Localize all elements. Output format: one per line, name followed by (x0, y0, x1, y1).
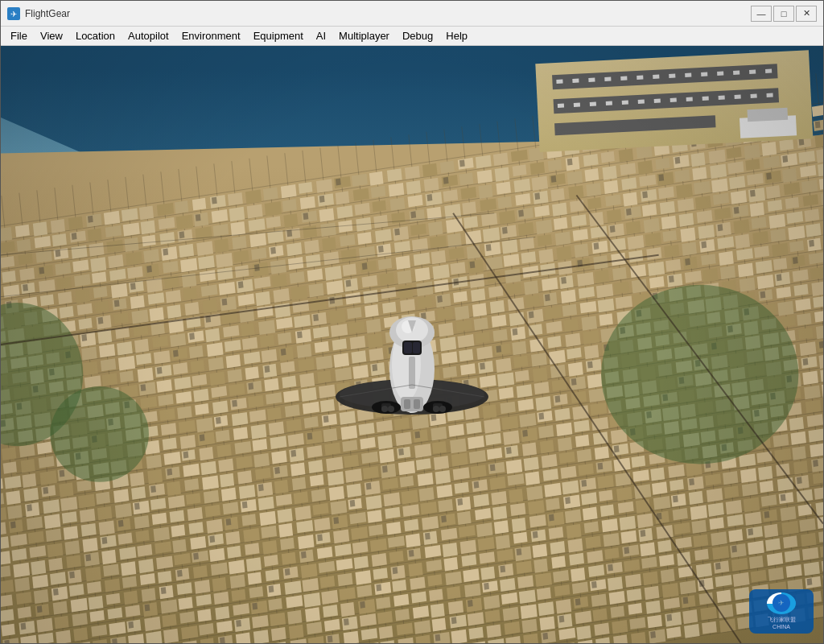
menu-file[interactable]: File (4, 28, 34, 43)
maximize-button[interactable]: □ (773, 6, 794, 22)
close-button[interactable]: ✕ (796, 6, 817, 22)
menu-equipment[interactable]: Equipment (247, 28, 310, 43)
menu-view[interactable]: View (34, 28, 69, 43)
watermark-icon: ✈ (767, 592, 796, 614)
menu-multiplayer[interactable]: Multiplayer (332, 28, 396, 43)
watermark-text-line2: CHINA (772, 623, 790, 630)
menubar: File View Location Autopilot Environment… (1, 27, 823, 46)
menu-autopilot[interactable]: Autopilot (122, 28, 175, 43)
watermark-badge: ✈ 飞行家联盟 CHINA (749, 589, 814, 634)
flight-viewport[interactable]: ✈ 飞行家联盟 CHINA (1, 46, 823, 643)
main-window: ✈ FlightGear — □ ✕ File View Location Au… (0, 0, 824, 644)
watermark-text-line1: 飞行家联盟 (768, 616, 796, 623)
terrain-scene (1, 46, 823, 643)
menu-ai[interactable]: AI (310, 28, 332, 43)
menu-debug[interactable]: Debug (396, 28, 439, 43)
svg-text:✈: ✈ (10, 10, 17, 19)
window-title: FlightGear (25, 8, 751, 19)
minimize-button[interactable]: — (751, 6, 772, 22)
window-controls: — □ ✕ (751, 6, 817, 22)
menu-location[interactable]: Location (69, 28, 122, 43)
menu-environment[interactable]: Environment (175, 28, 247, 43)
titlebar: ✈ FlightGear — □ ✕ (1, 1, 823, 27)
menu-help[interactable]: Help (439, 28, 474, 43)
watermark-inner-circle: ✈ (772, 594, 790, 612)
app-icon: ✈ (7, 7, 20, 20)
